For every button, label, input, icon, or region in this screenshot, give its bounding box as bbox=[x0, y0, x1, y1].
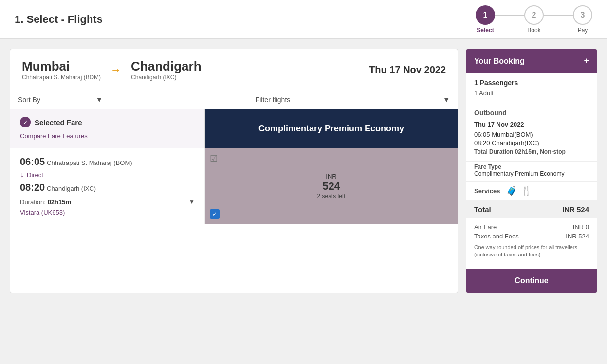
add-booking-icon[interactable]: + bbox=[584, 56, 589, 66]
air-fare-label: Air Fare bbox=[474, 223, 497, 231]
direct-arrow-icon: ↓ bbox=[20, 170, 24, 179]
duration-block: Duration: 02h15m bbox=[20, 198, 71, 206]
fare-options-panel[interactable]: ☑ INR 524 2 seats left ✓ bbox=[205, 148, 458, 224]
step-3-label: Pay bbox=[578, 27, 588, 34]
outbound-arrive: 08:20 Chandigarh(IXC) bbox=[474, 139, 589, 146]
flight-info: 06:05 Chhatrapati S. Maharaj (BOM) ↓ Dir… bbox=[10, 148, 205, 224]
outbound-section: Outbound Thu 17 Nov 2022 06:05 Mumbai(BO… bbox=[466, 103, 597, 162]
adult-count: 1 Adult bbox=[474, 90, 589, 97]
arrive-time: 08:20 bbox=[20, 182, 45, 193]
outbound-duration: Total Duration 02h15m, Non-stop bbox=[474, 148, 589, 155]
total-label: Total bbox=[474, 205, 491, 214]
fare-price-block: INR 524 2 seats left bbox=[317, 173, 345, 200]
selected-fare-title: Selected Fare bbox=[35, 118, 82, 127]
step-1: 1 Select bbox=[476, 5, 495, 34]
booking-panel: Your Booking + 1 Passengers 1 Adult Outb… bbox=[466, 49, 597, 293]
sort-by-button[interactable]: Sort By bbox=[10, 91, 88, 109]
taxes-label: Taxes and Fees bbox=[474, 233, 519, 240]
meal-icon: 🍴 bbox=[521, 185, 532, 196]
fare-seats: 2 seats left bbox=[317, 193, 345, 200]
step-2-label: Book bbox=[527, 27, 540, 34]
destination-airport: Chandigarh (IXC) bbox=[131, 74, 201, 81]
steps-nav: 1 Select 2 Book 3 Pay bbox=[476, 5, 592, 34]
services-section: Services 🧳 🍴 bbox=[466, 182, 597, 200]
selected-fare-header: ✓ Selected Fare bbox=[20, 117, 195, 127]
services-label: Services bbox=[474, 187, 500, 195]
price-note: One way rounded off prices for all trave… bbox=[474, 244, 589, 259]
luggage-icon: 🧳 bbox=[506, 185, 517, 196]
total-value: INR 524 bbox=[562, 205, 589, 214]
destination-city: Chandigarh bbox=[131, 59, 201, 74]
duration-value: 02h15m bbox=[48, 199, 71, 206]
flight-date: Thu 17 Nov 2022 bbox=[369, 64, 446, 75]
total-section: Total INR 524 bbox=[466, 200, 597, 218]
step-connector-1 bbox=[495, 15, 524, 16]
sort-by-label: Sort By bbox=[18, 96, 40, 104]
air-fare-row: Air Fare INR 0 bbox=[474, 223, 589, 231]
booking-header: Your Booking + bbox=[466, 49, 597, 73]
fare-section: ✓ Selected Fare Compare Fare Features Co… bbox=[10, 109, 458, 148]
step-connector-2 bbox=[544, 15, 573, 16]
selected-fare-check-icon: ✓ bbox=[20, 117, 31, 127]
route-header: Mumbai Chhatrapati S. Maharaj (BOM) → Ch… bbox=[10, 49, 458, 91]
arrive-airport: Chandigarh (IXC) bbox=[47, 185, 96, 192]
fare-selected-checkbox-icon[interactable]: ✓ bbox=[210, 209, 220, 219]
direct-row: ↓ Direct bbox=[20, 170, 195, 179]
step-3-circle: 3 bbox=[573, 5, 592, 25]
duration-row: Duration: 02h15m ▼ bbox=[20, 198, 195, 206]
flight-panel: Mumbai Chhatrapati S. Maharaj (BOM) → Ch… bbox=[10, 49, 458, 293]
taxes-value: INR 524 bbox=[566, 233, 589, 240]
flight-row: 06:05 Chhatrapati S. Maharaj (BOM) ↓ Dir… bbox=[10, 148, 458, 224]
origin-airport: Chhatrapati S. Maharaj (BOM) bbox=[22, 74, 101, 81]
depart-airport: Chhatrapati S. Maharaj (BOM) bbox=[47, 159, 132, 166]
step-2-circle: 2 bbox=[524, 5, 544, 25]
filter-row: Sort By ▼ Filter flights ▼ bbox=[10, 91, 458, 109]
destination-block: Chandigarh Chandigarh (IXC) bbox=[131, 59, 201, 81]
filter-flights-button[interactable]: ▼ Filter flights ▼ bbox=[88, 91, 458, 109]
taxes-row: Taxes and Fees INR 524 bbox=[474, 233, 589, 240]
breakdown-section: Air Fare INR 0 Taxes and Fees INR 524 On… bbox=[466, 218, 597, 264]
page-header: 1. Select - Flights 1 Select 2 Book 3 Pa… bbox=[0, 0, 607, 39]
fare-banner: Complimentary Premium Economy bbox=[205, 109, 458, 148]
depart-block: 06:05 Chhatrapati S. Maharaj (BOM) bbox=[20, 156, 195, 167]
selected-fare-panel: ✓ Selected Fare Compare Fare Features bbox=[10, 109, 205, 148]
arrive-block: 08:20 Chandigarh (IXC) bbox=[20, 182, 195, 193]
compare-fare-link[interactable]: Compare Fare Features bbox=[20, 132, 195, 140]
origin-city: Mumbai bbox=[22, 59, 101, 74]
filter-chevron-icon: ▼ bbox=[443, 96, 450, 104]
filter-label: Filter flights bbox=[256, 96, 291, 104]
outbound-date: Thu 17 Nov 2022 bbox=[474, 121, 589, 128]
outbound-depart: 06:05 Mumbai(BOM) bbox=[474, 131, 589, 138]
expand-icon[interactable]: ▼ bbox=[189, 199, 195, 205]
fare-type-value: Complimentary Premium Economy bbox=[474, 170, 589, 177]
depart-time: 06:05 bbox=[20, 156, 45, 167]
fare-amount: 524 bbox=[317, 180, 345, 193]
filter-icon: ▼ bbox=[96, 96, 103, 104]
direct-label: Direct bbox=[27, 171, 43, 179]
airline-name[interactable]: Vistara (UK653) bbox=[20, 209, 195, 216]
fare-check-outline-icon: ☑ bbox=[210, 153, 218, 164]
origin-block: Mumbai Chhatrapati S. Maharaj (BOM) bbox=[22, 59, 101, 81]
step-1-label: Select bbox=[477, 27, 494, 34]
step-2: 2 Book bbox=[524, 5, 544, 34]
route-arrow-icon: → bbox=[110, 64, 121, 76]
fare-type-section: Fare Type Complimentary Premium Economy bbox=[466, 162, 597, 182]
fare-type-label: Fare Type bbox=[474, 164, 589, 170]
duration-label: Duration: bbox=[20, 199, 46, 206]
step-1-circle: 1 bbox=[476, 5, 495, 25]
main-content: Mumbai Chhatrapati S. Maharaj (BOM) → Ch… bbox=[0, 39, 607, 303]
continue-button[interactable]: Continue bbox=[466, 269, 597, 293]
fare-currency: INR bbox=[317, 173, 345, 180]
outbound-title: Outbound bbox=[474, 109, 589, 117]
step-3: 3 Pay bbox=[573, 5, 592, 34]
passengers-title: 1 Passengers bbox=[474, 79, 589, 87]
air-fare-value: INR 0 bbox=[573, 223, 589, 231]
page-title: 1. Select - Flights bbox=[15, 13, 103, 26]
passengers-section: 1 Passengers 1 Adult bbox=[466, 73, 597, 103]
booking-header-label: Your Booking bbox=[474, 57, 525, 66]
